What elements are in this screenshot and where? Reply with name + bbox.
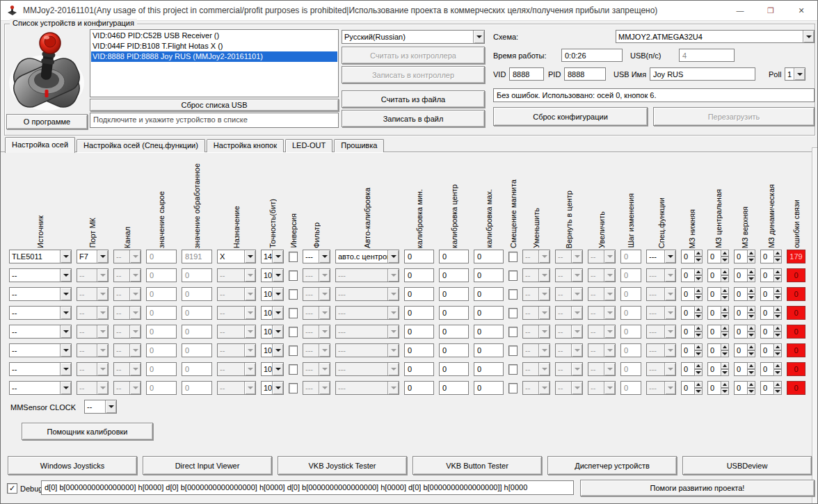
magnet-offset-checkbox[interactable] — [508, 327, 518, 337]
axis-8-mz-center[interactable]: 0 — [707, 381, 729, 395]
axis-4-cal-center[interactable]: 0 — [439, 306, 469, 320]
axis-2-cal-min[interactable]: 0 — [404, 268, 434, 282]
axis-1-cal-center[interactable]: 0 — [439, 250, 469, 263]
axis-3-mz-low[interactable]: 0 — [681, 287, 703, 301]
axis-6-mz-dynamic[interactable]: 0 — [760, 343, 782, 357]
magnet-offset-checkbox[interactable] — [508, 270, 518, 281]
donate-button[interactable]: Помоги развитию проекта! — [580, 480, 815, 496]
chevron-down-icon[interactable] — [803, 31, 814, 42]
axis-4-source[interactable]: -- — [9, 306, 72, 320]
axis-2-mz-low[interactable]: 0 — [681, 268, 703, 282]
spinner-down-icon[interactable] — [773, 332, 782, 339]
axis-1-precision[interactable]: 14 — [261, 250, 284, 263]
spinner-down-icon[interactable] — [694, 294, 703, 301]
axis-4-inversion[interactable] — [289, 306, 298, 320]
spinner-up-icon[interactable] — [747, 250, 755, 257]
about-button[interactable]: О программе — [6, 114, 88, 129]
minimize-icon[interactable]: — — [730, 3, 751, 17]
spinner-down-icon[interactable] — [694, 275, 703, 282]
axis-8-change-step[interactable]: 0 — [620, 381, 641, 395]
spinner-down-icon[interactable] — [694, 257, 703, 263]
axis-5-mz-low[interactable]: 0 — [681, 325, 703, 339]
direct-input-viewer-button[interactable]: Direct Input Viewer — [143, 456, 272, 475]
spinner-down-icon[interactable] — [773, 369, 782, 376]
tab-axes-special[interactable]: Настройка осей (Спец.функции) — [77, 139, 205, 152]
axis-6-change-step[interactable]: 0 — [620, 343, 641, 357]
tab-led-out[interactable]: LED-OUT — [285, 139, 332, 152]
axis-1-magnet-offset[interactable] — [508, 250, 518, 263]
spinner-down-icon[interactable] — [694, 388, 703, 395]
spinner-down-icon[interactable] — [694, 369, 703, 376]
axis-7-cal-max[interactable]: 0 — [474, 362, 504, 376]
axis-2-change-step[interactable]: 0 — [620, 268, 641, 282]
spinner-up-icon[interactable] — [747, 362, 755, 369]
axis-8-mz-dynamic[interactable]: 0 — [760, 381, 782, 395]
axis-6-mz-center[interactable]: 0 — [707, 343, 729, 357]
axis-3-inversion[interactable] — [289, 287, 298, 301]
chevron-down-icon[interactable] — [60, 288, 71, 300]
vkb-joystick-tester-button[interactable]: VKB Joystick Tester — [278, 456, 407, 475]
axis-2-mz-high[interactable]: 0 — [734, 268, 755, 282]
axis-2-mz-center[interactable]: 0 — [707, 268, 729, 282]
magnet-offset-checkbox[interactable] — [508, 364, 518, 375]
axis-1-cal-min[interactable]: 0 — [404, 250, 434, 263]
axis-8-inversion[interactable] — [289, 381, 298, 395]
spinner-down-icon[interactable] — [747, 257, 755, 263]
axis-4-magnet-offset[interactable] — [508, 306, 518, 320]
calibration-helper-button[interactable]: Помощник калибровки — [22, 423, 153, 440]
axis-6-cal-max[interactable]: 0 — [474, 343, 504, 357]
close-icon[interactable]: ✕ — [791, 3, 812, 17]
spinner-down-icon[interactable] — [721, 257, 729, 263]
chevron-down-icon[interactable] — [272, 307, 283, 319]
axis-5-magnet-offset[interactable] — [508, 325, 518, 339]
spinner-down-icon[interactable] — [773, 313, 782, 320]
chevron-down-icon[interactable] — [97, 250, 108, 263]
axis-7-mz-center[interactable]: 0 — [707, 362, 729, 376]
inversion-checkbox[interactable] — [289, 364, 298, 375]
spinner-up-icon[interactable] — [694, 268, 703, 275]
chevron-down-icon[interactable] — [272, 325, 283, 338]
usb-name-field[interactable]: Joy RUS — [650, 67, 755, 81]
spinner-down-icon[interactable] — [694, 332, 703, 339]
spinner-up-icon[interactable] — [747, 268, 755, 275]
spinner-up-icon[interactable] — [694, 325, 703, 332]
spinner-down-icon[interactable] — [747, 332, 755, 339]
inversion-checkbox[interactable] — [289, 252, 298, 262]
spinner-up-icon[interactable] — [721, 287, 729, 294]
axis-4-cal-max[interactable]: 0 — [474, 306, 504, 320]
spinner-down-icon[interactable] — [721, 313, 729, 320]
reset-usb-list-button[interactable]: Сброс списка USB — [90, 99, 339, 111]
axis-1-filter[interactable]: --- — [303, 250, 330, 263]
axis-7-mz-high[interactable]: 0 — [734, 362, 755, 376]
spinner-down-icon[interactable] — [773, 275, 782, 282]
axis-5-precision[interactable]: 10 — [261, 325, 284, 339]
axis-2-source[interactable]: -- — [9, 268, 72, 282]
axis-8-magnet-offset[interactable] — [508, 381, 518, 395]
axis-7-mz-low[interactable]: 0 — [681, 362, 703, 376]
axis-2-inversion[interactable] — [289, 268, 298, 282]
spinner-up-icon[interactable] — [721, 325, 729, 332]
axis-3-mz-high[interactable]: 0 — [734, 287, 755, 301]
spinner-up-icon[interactable] — [773, 343, 782, 350]
axis-2-precision[interactable]: 10 — [261, 268, 284, 282]
axis-2-cal-center[interactable]: 0 — [439, 268, 469, 282]
vkb-button-tester-button[interactable]: VKB Button Tester — [412, 456, 542, 475]
axis-5-cal-max[interactable]: 0 — [474, 325, 504, 339]
windows-joysticks-button[interactable]: Windows Joysticks — [8, 456, 137, 475]
mmsensor-clock-select[interactable]: -- — [84, 400, 117, 414]
device-manager-button[interactable]: Диспетчер устройств — [547, 456, 677, 475]
spinner-up-icon[interactable] — [773, 250, 782, 257]
axis-1-inversion[interactable] — [289, 250, 298, 263]
axis-4-mz-center[interactable]: 0 — [707, 306, 729, 320]
tab-firmware[interactable]: Прошивка — [334, 139, 384, 152]
axis-5-cal-center[interactable]: 0 — [439, 325, 469, 339]
axis-5-source[interactable]: -- — [9, 325, 72, 339]
spinner-up-icon[interactable] — [721, 268, 729, 275]
axis-6-mz-low[interactable]: 0 — [681, 343, 703, 357]
inversion-checkbox[interactable] — [289, 327, 298, 337]
spinner-down-icon[interactable] — [721, 332, 729, 339]
spinner-up-icon[interactable] — [694, 381, 703, 388]
axis-7-source[interactable]: -- — [9, 362, 72, 376]
axis-3-mz-center[interactable]: 0 — [707, 287, 729, 301]
spinner-up-icon[interactable] — [773, 325, 782, 332]
